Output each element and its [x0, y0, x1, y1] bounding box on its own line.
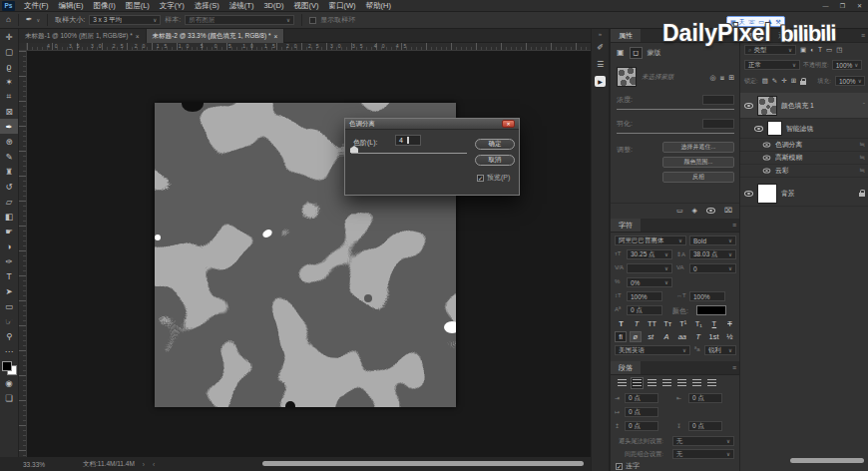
- contextual-alternates-button[interactable]: ø: [630, 331, 642, 342]
- visibility-eye-icon[interactable]: [763, 142, 771, 147]
- filter-blend-options-icon[interactable]: ≒: [859, 154, 865, 162]
- visibility-eye-icon[interactable]: [763, 168, 771, 173]
- lasso-tool[interactable]: ϱ: [0, 59, 18, 74]
- menu-3d[interactable]: 3D(D): [258, 1, 288, 10]
- lock-pixels-icon[interactable]: ✎: [772, 78, 777, 85]
- visibility-eye-icon[interactable]: [763, 155, 771, 160]
- collapse-panels-icon[interactable]: »: [592, 29, 609, 39]
- space-after-input[interactable]: 0 点: [688, 421, 722, 431]
- delete-mask-icon[interactable]: ⌧: [724, 207, 732, 214]
- collapse-smartfilters-icon[interactable]: ˆ: [863, 102, 865, 109]
- menu-filter[interactable]: 滤镜(T): [224, 1, 259, 11]
- filter-type-icon[interactable]: T: [818, 47, 822, 54]
- subscript-button[interactable]: T₁: [692, 319, 705, 328]
- lock-transparent-icon[interactable]: ▨: [762, 78, 768, 85]
- ligatures-button[interactable]: fi: [615, 331, 627, 342]
- filter-blend-options-icon[interactable]: ≒: [859, 167, 865, 175]
- sample-size-select[interactable]: 3 x 3 平均∨: [89, 15, 161, 25]
- lock-artboard-icon[interactable]: ⊞: [791, 78, 796, 85]
- frame-tool[interactable]: ⊠: [0, 104, 18, 119]
- shape-tool[interactable]: ▭: [0, 298, 18, 313]
- space-before-input[interactable]: 0 点: [625, 421, 658, 431]
- pen-tool[interactable]: ✑: [0, 253, 18, 268]
- layer-thumbnail[interactable]: [757, 184, 777, 204]
- visibility-eye-icon[interactable]: [754, 126, 763, 132]
- stylistic-alternates-button[interactable]: aa: [675, 332, 688, 341]
- levels-slider-track[interactable]: [351, 153, 467, 154]
- lock-position-icon[interactable]: ✛: [781, 78, 786, 85]
- cancel-button[interactable]: 取消: [475, 155, 515, 166]
- gradient-tool[interactable]: ◧: [0, 209, 18, 224]
- path-select-tool[interactable]: ➤: [0, 283, 18, 298]
- hyphenate-checkbox[interactable]: ✓: [616, 463, 623, 470]
- smudge-tool[interactable]: ☛: [0, 224, 18, 238]
- smart-filter-mask-thumbnail[interactable]: [767, 121, 782, 136]
- menu-edit[interactable]: 编辑(E): [54, 1, 89, 11]
- kinsoku-select[interactable]: 无∨: [672, 436, 734, 446]
- superscript-button[interactable]: T¹: [676, 319, 689, 328]
- filter-image-icon[interactable]: ▣: [800, 47, 806, 54]
- ratio-select[interactable]: 0%∨: [627, 277, 672, 287]
- faux-bold-button[interactable]: T: [615, 319, 628, 328]
- menu-select[interactable]: 选择(S): [190, 1, 224, 11]
- align-left-button[interactable]: [616, 377, 629, 389]
- dialog-title-bar[interactable]: 色调分离 ✕: [345, 119, 519, 130]
- lock-all-icon[interactable]: [800, 81, 806, 85]
- mask-visibility-eye-icon[interactable]: [706, 208, 715, 214]
- horizontal-scrollbar[interactable]: [262, 461, 584, 466]
- zoom-tool[interactable]: ⚲: [0, 328, 18, 343]
- align-right-button[interactable]: [646, 377, 658, 389]
- indent-firstline-input[interactable]: 0 点: [625, 407, 658, 417]
- feather-slider[interactable]: [617, 133, 734, 134]
- mojikumi-select[interactable]: 无∨: [672, 449, 734, 459]
- kerning-select[interactable]: ∨: [627, 263, 672, 273]
- preview-checkbox[interactable]: ✓: [477, 175, 484, 182]
- menu-image[interactable]: 图像(I): [89, 1, 121, 11]
- brush-settings-panel-icon[interactable]: ✐: [592, 39, 609, 56]
- dodge-tool[interactable]: ◑: [0, 238, 18, 253]
- swash-button[interactable]: A: [660, 332, 673, 341]
- panel-scrollbar[interactable]: [790, 458, 864, 463]
- visibility-eye-icon[interactable]: [744, 191, 753, 197]
- discretionary-ligatures-button[interactable]: st: [645, 332, 657, 341]
- hand-tool[interactable]: ☞: [0, 313, 18, 328]
- layer-row-background[interactable]: 背景: [740, 181, 868, 207]
- small-caps-button[interactable]: Tт: [661, 319, 674, 328]
- align-center-button[interactable]: [631, 377, 644, 389]
- tracking-select[interactable]: 0∨: [689, 263, 736, 273]
- history-brush-tool[interactable]: ↺: [0, 179, 18, 194]
- color-range-button[interactable]: 颜色范围...: [662, 157, 734, 168]
- fractions-button[interactable]: ½: [723, 332, 736, 341]
- marquee-tool[interactable]: ▢: [0, 44, 18, 59]
- vertical-scale-input[interactable]: 100%: [627, 291, 662, 301]
- font-family-select[interactable]: 阿里巴巴普惠体∨: [615, 236, 686, 245]
- chevron-down-icon[interactable]: ∨: [37, 18, 41, 23]
- tab-paragraph[interactable]: 段落: [611, 361, 641, 374]
- indent-left-input[interactable]: 0 点: [625, 393, 658, 403]
- tab-properties[interactable]: 属性: [611, 29, 641, 42]
- baseline-input[interactable]: 0 点: [627, 305, 662, 315]
- pixel-layer-icon[interactable]: ▣: [617, 49, 625, 57]
- levels-input[interactable]: 4: [395, 135, 421, 146]
- layer-thumbnail[interactable]: [757, 96, 777, 116]
- menu-view[interactable]: 视图(V): [288, 1, 323, 11]
- panel-menu-icon[interactable]: ≡: [858, 29, 868, 42]
- mask-icon[interactable]: ◻: [630, 47, 643, 59]
- edit-toolbar-button[interactable]: ⋯: [0, 343, 18, 358]
- zoom-level[interactable]: 33.33%: [23, 461, 45, 468]
- properties-sliders-panel-icon[interactable]: ☰: [592, 56, 609, 73]
- density-slider[interactable]: [617, 109, 734, 110]
- tab-close-icon[interactable]: ×: [273, 33, 277, 40]
- layer-row-color-fill[interactable]: 颜色填充 1 ˆ: [740, 93, 868, 119]
- type-tool[interactable]: T: [0, 268, 18, 283]
- leading-select[interactable]: 38.03 点∨: [689, 249, 736, 259]
- color-swatches[interactable]: [2, 361, 17, 375]
- underline-button[interactable]: T: [707, 319, 720, 328]
- sample-select[interactable]: 所有图层∨: [185, 15, 294, 25]
- restore-button[interactable]: ❐: [834, 1, 851, 11]
- justify-last-left-button[interactable]: [660, 377, 673, 389]
- invert-button[interactable]: 反相: [662, 172, 734, 183]
- tab-character[interactable]: 字符: [611, 219, 641, 232]
- menu-help[interactable]: 帮助(H): [361, 1, 396, 11]
- show-sampling-ring-checkbox[interactable]: [309, 17, 316, 24]
